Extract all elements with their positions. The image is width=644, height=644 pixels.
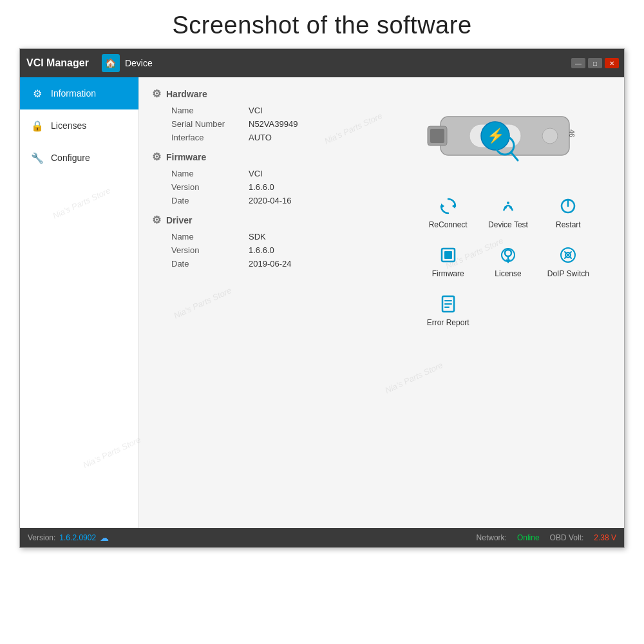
sidebar-item-licenses[interactable]: 🔒 Licenses [20,109,138,142]
fw-name-label: Name [171,169,249,178]
close-button[interactable]: ✕ [605,58,619,68]
app-body: ⚙ Information 🔒 Licenses 🔧 Configure [20,77,624,528]
drv-version-label: Version [171,245,249,255]
version-value: 1.6.2.0902 [59,533,96,542]
device-image: ⚡ 46 [421,94,595,178]
svg-text:46: 46 [568,129,576,137]
sidebar-label-configure: Configure [51,153,90,163]
drv-version-row: Version 1.6.6.0 [171,243,390,257]
hw-interface-value: AUTO [249,133,272,142]
error-report-button[interactable]: Error Report [421,289,475,331]
page-title: Screenshot of the software [0,12,644,39]
hw-interface-row: Interface AUTO [171,131,390,144]
fw-version-row: Version 1.6.6.0 [171,180,390,194]
driver-label: Driver [166,215,192,225]
drv-name-value: SDK [249,232,266,242]
version-label: Version: [28,533,55,542]
svg-point-19 [505,250,511,256]
network-value: Online [517,533,540,542]
restart-label: Restart [556,220,581,229]
sidebar-label-information: Information [51,88,96,99]
doip-switch-button[interactable]: DoIP Switch [542,240,595,282]
reconnect-icon [437,194,460,218]
restart-button[interactable]: Restart [542,191,595,233]
fw-version-label: Version [171,182,249,192]
svg-rect-18 [444,251,452,259]
sidebar-item-information[interactable]: ⚙ Information [20,77,138,109]
firmware-button[interactable]: Firmware [421,240,475,282]
hw-serial-value: N52VA39949 [249,119,298,129]
firmware-section-header: ⚙ Firmware [152,151,412,163]
error-report-label: Error Report [427,318,469,327]
status-bar: Version: 1.6.2.0902 ☁ Network: Online OB… [20,528,624,547]
app-window: VCI Manager 🏠 Device — □ ✕ ⚙ Information… [19,48,625,548]
home-icon[interactable]: 🏠 [102,54,120,72]
obd-value: 2.38 V [594,533,616,542]
hardware-section-header: ⚙ Hardware [152,88,412,100]
maximize-button[interactable]: □ [588,58,602,68]
hw-serial-label: Serial Number [171,119,249,129]
sidebar-item-configure[interactable]: 🔧 Configure [20,142,138,174]
hw-name-row: Name VCI [171,104,390,117]
svg-marker-11 [441,204,444,209]
wrench-icon: 🔧 [30,151,44,165]
reconnect-button[interactable]: ReConnect [421,191,475,233]
svg-text:⚡: ⚡ [487,127,505,144]
svg-marker-10 [452,204,455,209]
drv-date-label: Date [171,259,249,269]
hardware-table: Name VCI Serial Number N52VA39949 Interf… [171,104,390,144]
window-controls: — □ ✕ [571,58,619,68]
sidebar-label-licenses: Licenses [51,120,86,131]
drv-date-row: Date 2019-06-24 [171,257,390,270]
hw-serial-row: Serial Number N52VA39949 [171,117,390,131]
title-bar: VCI Manager 🏠 Device — □ ✕ [20,49,624,77]
minimize-button[interactable]: — [571,58,585,68]
firmware-table: Name VCI Version 1.6.6.0 Date 2020-04-16 [171,167,390,207]
device-test-label: Device Test [488,220,528,229]
drv-version-value: 1.6.6.0 [249,245,274,255]
svg-point-13 [509,206,512,209]
firmware-label: Firmware [432,269,464,278]
driver-gear-icon: ⚙ [152,214,161,226]
main-content: ⚙ Hardware Name VCI Serial Number N52VA3… [139,77,624,528]
drv-name-row: Name SDK [171,230,390,243]
hw-interface-label: Interface [171,133,249,142]
driver-table: Name SDK Version 1.6.6.0 Date 2019-06-24 [171,230,390,270]
drv-name-label: Name [171,232,249,242]
network-label: Network: [477,533,507,542]
reconnect-label: ReConnect [429,220,468,229]
content-flex: ⚙ Hardware Name VCI Serial Number N52VA3… [152,88,611,337]
drv-date-value: 2019-06-24 [249,259,292,269]
device-test-icon [497,194,520,218]
firmware-label: Firmware [166,152,206,162]
doip-switch-label: DoIP Switch [547,269,589,278]
obd-label: OBD Volt: [550,533,584,542]
driver-section-header: ⚙ Driver [152,214,412,226]
doip-switch-icon [556,243,580,267]
hardware-label: Hardware [166,89,207,99]
cloud-icon[interactable]: ☁ [100,533,109,543]
firmware-icon [437,243,460,267]
fw-date-row: Date 2020-04-16 [171,194,390,207]
error-report-icon [437,292,460,316]
status-right: Network: Online OBD Volt: 2.38 V [477,533,616,542]
restart-icon [556,194,580,218]
hw-name-label: Name [171,106,249,115]
sidebar: ⚙ Information 🔒 Licenses 🔧 Configure [20,77,139,528]
fw-date-label: Date [171,196,249,205]
app-brand: VCI Manager [26,57,89,69]
hw-name-value: VCI [249,106,263,115]
fw-date-value: 2020-04-16 [249,196,292,205]
license-label: License [495,269,521,278]
svg-point-12 [504,206,507,209]
firmware-gear-icon: ⚙ [152,151,161,163]
info-panel: ⚙ Hardware Name VCI Serial Number N52VA3… [152,88,412,337]
device-test-button[interactable]: Device Test [481,191,535,233]
lock-icon: 🔒 [30,118,44,133]
right-panel: ⚡ 46 [412,88,611,337]
license-button[interactable]: License [481,240,535,282]
action-buttons-grid: ReConnect [421,191,595,331]
hardware-gear-icon: ⚙ [152,88,161,100]
svg-rect-2 [430,129,444,143]
svg-point-14 [507,202,509,204]
